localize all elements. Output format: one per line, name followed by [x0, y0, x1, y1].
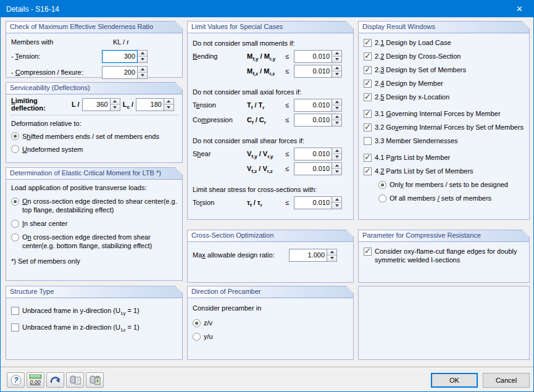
- spin-down-icon[interactable]: [164, 104, 173, 111]
- checkbox-2-2-design-by-cross-section[interactable]: 2.2 Design by Cross-Section: [364, 49, 524, 63]
- radio-precamber-zv[interactable]: z/v: [193, 316, 348, 330]
- export-settings-button[interactable]: [66, 372, 84, 388]
- spin-up-icon[interactable]: [332, 163, 341, 169]
- radio-icon[interactable]: [378, 194, 386, 202]
- checkbox-icon[interactable]: [364, 248, 372, 256]
- bending-mz-input[interactable]: [294, 65, 332, 78]
- deflection-lc-spinner[interactable]: [136, 98, 174, 111]
- tension-ratio-input[interactable]: [294, 99, 332, 112]
- close-button[interactable]: ✕: [506, 1, 533, 17]
- radio-precamber-yu[interactable]: y/u: [193, 330, 348, 343]
- radio-edge-to-shear-center[interactable]: On cross-section edge directed to shear …: [11, 197, 177, 214]
- checkbox-icon[interactable]: [364, 39, 372, 47]
- spin-buttons[interactable]: [332, 148, 342, 161]
- radio-undeformed-system[interactable]: Undeformed system: [11, 143, 177, 156]
- spin-buttons[interactable]: [332, 162, 342, 175]
- checkbox-icon[interactable]: [364, 66, 372, 74]
- tension-ratio-spinner[interactable]: [294, 99, 342, 112]
- spin-buttons[interactable]: [327, 249, 337, 262]
- radio-edge-from-shear-center[interactable]: On cross-section edge directed from shea…: [11, 233, 177, 250]
- checkbox-icon[interactable]: [364, 93, 372, 101]
- bending-my-input[interactable]: [294, 50, 332, 63]
- radio-icon[interactable]: [193, 319, 201, 327]
- deflection-l-input[interactable]: [82, 98, 111, 111]
- spin-buttons[interactable]: [111, 98, 120, 111]
- checkbox-2-4-design-by-member[interactable]: 2.4 Design by Member: [364, 77, 524, 90]
- torsion-spinner[interactable]: [294, 196, 342, 209]
- radio-only-designed-members[interactable]: Only for members / sets to be designed: [364, 178, 524, 191]
- spin-down-icon[interactable]: [327, 255, 336, 261]
- bending-mz-spinner[interactable]: [294, 65, 342, 78]
- design-ratio-spinner[interactable]: [289, 249, 337, 262]
- spin-down-icon[interactable]: [332, 120, 341, 126]
- radio-all-members[interactable]: Of all members / sets of members: [364, 191, 524, 205]
- title-bar[interactable]: Details - S16-14 ✕: [1, 1, 533, 17]
- tension-spinner[interactable]: [102, 50, 148, 63]
- checkbox-icon[interactable]: [364, 154, 372, 162]
- shear-vz-input[interactable]: [294, 162, 332, 175]
- compression-spinner[interactable]: [102, 66, 148, 79]
- tension-input[interactable]: [102, 50, 138, 63]
- radio-icon[interactable]: [11, 132, 19, 140]
- spin-up-icon[interactable]: [138, 67, 147, 72]
- spin-buttons[interactable]: [164, 98, 174, 111]
- ok-button[interactable]: OK: [431, 373, 478, 388]
- spin-up-icon[interactable]: [164, 99, 173, 104]
- compression-ratio-input[interactable]: [294, 114, 332, 127]
- compression-ratio-spinner[interactable]: [294, 114, 342, 127]
- checkbox-icon[interactable]: [364, 52, 372, 60]
- checkbox-2-3-design-by-set-of-members[interactable]: 2.3 Design by Set of Members: [364, 63, 524, 77]
- spin-down-icon[interactable]: [111, 104, 120, 111]
- spin-up-icon[interactable]: [332, 51, 341, 56]
- radio-icon[interactable]: [11, 220, 19, 228]
- spin-up-icon[interactable]: [332, 148, 341, 154]
- checkbox-icon[interactable]: [364, 123, 372, 131]
- checkbox-3-3-member-slendernesses[interactable]: 3.3 Member Slendernesses: [364, 134, 524, 148]
- checkbox-3-1-governing-forces-member[interactable]: 3.1 Governing Internal Forces by Member: [364, 107, 524, 120]
- deflection-lc-input[interactable]: [136, 98, 164, 111]
- spin-buttons[interactable]: [332, 50, 342, 63]
- radio-shifted-members-ends[interactable]: Shifted members ends / set of members en…: [11, 130, 177, 143]
- spin-up-icon[interactable]: [138, 51, 147, 56]
- radio-icon[interactable]: [378, 181, 386, 189]
- import-settings-button[interactable]: [86, 372, 104, 388]
- radio-icon[interactable]: [193, 333, 201, 341]
- spin-up-icon[interactable]: [332, 114, 341, 120]
- checkbox-unbraced-z[interactable]: Unbraced frame in z-direction (U1z = 1): [11, 320, 177, 334]
- shear-vy-spinner[interactable]: [294, 148, 342, 161]
- spin-down-icon[interactable]: [138, 56, 147, 62]
- radio-icon[interactable]: [11, 233, 19, 241]
- spin-up-icon[interactable]: [332, 197, 341, 202]
- checkbox-icon[interactable]: [364, 137, 372, 145]
- checkbox-3-2-governing-forces-set[interactable]: 3.2 Governing Internal Forces by Set of …: [364, 120, 524, 134]
- compression-spin-buttons[interactable]: [138, 66, 148, 79]
- reset-button[interactable]: [46, 372, 64, 388]
- bending-my-spinner[interactable]: [294, 50, 342, 63]
- units-button[interactable]: 0.00: [27, 372, 44, 388]
- help-button[interactable]: ?: [7, 372, 25, 388]
- tension-spin-buttons[interactable]: [138, 50, 148, 63]
- checkbox-2-5-design-by-x-location[interactable]: 2.5 Design by x-Location: [364, 90, 524, 104]
- spin-down-icon[interactable]: [332, 169, 341, 175]
- checkbox-4-2-parts-list-set[interactable]: 4.2 Parts List by Set of Members: [364, 164, 524, 178]
- cancel-button[interactable]: Cancel: [483, 373, 530, 388]
- spin-up-icon[interactable]: [332, 65, 341, 71]
- spin-down-icon[interactable]: [332, 154, 341, 160]
- spin-down-icon[interactable]: [332, 56, 341, 62]
- spin-down-icon[interactable]: [332, 105, 341, 111]
- checkbox-oxy-flame-cut[interactable]: Consider oxy-flame-cut flange edges for …: [364, 247, 524, 264]
- spin-down-icon[interactable]: [332, 71, 341, 77]
- radio-in-shear-center[interactable]: In shear center: [11, 219, 177, 228]
- spin-buttons[interactable]: [332, 65, 342, 78]
- radio-icon[interactable]: [11, 198, 19, 206]
- shear-vz-spinner[interactable]: [294, 162, 342, 175]
- torsion-input[interactable]: [294, 196, 332, 209]
- radio-icon[interactable]: [11, 145, 19, 153]
- checkbox-icon[interactable]: [364, 80, 372, 88]
- spin-down-icon[interactable]: [138, 72, 147, 78]
- spin-down-icon[interactable]: [332, 202, 341, 209]
- checkbox-icon[interactable]: [364, 167, 372, 175]
- spin-up-icon[interactable]: [111, 99, 120, 104]
- spin-buttons[interactable]: [332, 114, 342, 127]
- compression-input[interactable]: [102, 66, 138, 79]
